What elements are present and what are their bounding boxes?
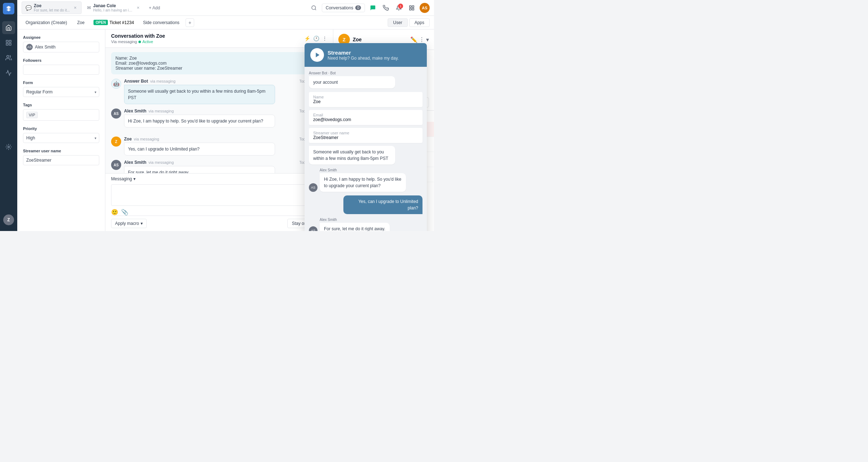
edit-icon[interactable]: ✏️: [410, 36, 417, 43]
msg-sender-zoe: Zoe: [124, 137, 132, 142]
msg-header-zoe1: Zoe via messaging Today at 9:01 AM: [124, 137, 327, 142]
tab-zoe-close[interactable]: ✕: [73, 5, 78, 10]
phone-icon-btn[interactable]: [381, 3, 391, 13]
sidebar-user-avatar[interactable]: Z: [3, 214, 14, 225]
priority-select[interactable]: High: [23, 133, 99, 143]
conversation-body: Name: Zoe Email: zoe@lovedogs.com Stream…: [105, 48, 333, 173]
messaging-label: Messaging: [111, 176, 132, 181]
priority-field: Priority High: [23, 126, 99, 143]
form-field: Form Regular Form: [23, 80, 99, 97]
conversations-label: Conversations: [326, 5, 353, 10]
streamer-username-value: ZoeStreamer: [313, 135, 418, 140]
sidebar-item-home[interactable]: [2, 21, 15, 34]
svg-rect-9: [412, 6, 414, 8]
streamer-alex-name2: Alex Smith: [320, 218, 390, 222]
sidebar-item-settings[interactable]: [2, 140, 15, 153]
tab-janae[interactable]: ✉ Janae Cole Hello, I am having an is...…: [83, 1, 145, 14]
streamer-alex-avatar1: AS: [309, 183, 317, 192]
assignee-field: Assignee AS Alex Smith: [23, 35, 99, 52]
nav2-zoe[interactable]: Zoe: [73, 18, 88, 27]
streamer-msg-agent-wait: Someone will usually get back to you wit…: [309, 146, 422, 165]
compose-area[interactable]: [111, 184, 327, 206]
topbar-right: Conversations 0 1 AS: [309, 3, 430, 13]
streamer-subtitle: Need help? Go ahead, make my day.: [328, 56, 399, 61]
nav2-org-create[interactable]: Organization (Create): [22, 18, 71, 27]
notifications-btn[interactable]: 1: [394, 3, 404, 13]
streamer-bubble-user: Yes, can I upgrade to Unlimited plan?: [343, 195, 422, 214]
mid-panel: Conversation with Zoe Via messaging Acti…: [105, 29, 333, 231]
user-avatar-btn[interactable]: AS: [420, 3, 430, 13]
streamer-body: Answer Bot · Bot your account Name Zoe E…: [305, 67, 427, 231]
tab-janae-close[interactable]: ✕: [136, 5, 141, 10]
msg-header-alex1: Alex Smith via messaging Today at 9:01 A…: [124, 108, 327, 114]
chat-icon-btn[interactable]: [368, 3, 378, 13]
ui-email-value: zoe@lovedogs.com: [129, 61, 167, 66]
nav2-apps-tab[interactable]: Apps: [409, 18, 430, 27]
grid-icon-btn[interactable]: [407, 3, 417, 13]
sidebar-item-reports[interactable]: [2, 66, 15, 79]
ui-streamer-value: ZoeStreamer: [157, 66, 182, 71]
streamer-field-name: Name Zoe: [309, 92, 422, 107]
sidebar-item-views[interactable]: [2, 36, 15, 49]
user-name-heading: Zoe: [353, 37, 407, 42]
history-icon[interactable]: 🕐: [313, 36, 319, 41]
followers-input[interactable]: [23, 65, 99, 75]
macro-row: Apply macro ▾ Stay on Ticket ▾: [111, 216, 327, 228]
tab-zoe-sublabel: For sure, let me do it...: [34, 8, 70, 12]
nav2-right: User Apps: [388, 18, 430, 27]
msg-via-bot: via messaging: [150, 79, 175, 83]
apply-macro-select[interactable]: Apply macro ▾: [111, 219, 147, 228]
msg-bubble-alex2: For sure, let me do it right away.: [124, 166, 275, 173]
filter-icon[interactable]: ⚡: [304, 36, 310, 41]
sidebar-item-contacts[interactable]: [2, 51, 15, 64]
streamer-msg-alex-sure: AS Alex Smith For sure, let me do it rig…: [309, 218, 422, 231]
assignee-input[interactable]: AS Alex Smith: [23, 42, 99, 52]
assignee-label: Assignee: [23, 35, 99, 40]
msg-content-bot1: Answer Bot via messaging Today at 9:01 A…: [124, 79, 327, 104]
streamer-alex-row2: AS Alex Smith For sure, let me do it rig…: [309, 218, 422, 231]
more-options-icon[interactable]: ⋮: [419, 36, 425, 43]
tab-add[interactable]: + Add: [146, 4, 163, 12]
followers-field: Followers: [23, 58, 99, 75]
sidebar-logo[interactable]: [3, 3, 14, 14]
alex-avatar-1: AS: [111, 108, 121, 119]
nav2-side-conversations[interactable]: Side conversations: [139, 18, 183, 27]
msg-via-alex2: via messaging: [149, 160, 174, 165]
streamer-field-email: Email zoe@lovedogs.com: [309, 110, 422, 125]
messaging-tab[interactable]: Messaging ▾: [111, 176, 327, 181]
more-icon[interactable]: ⋮: [322, 36, 327, 41]
message-bot1: 🤖 Answer Bot via messaging Today at 9:01…: [111, 79, 327, 104]
active-indicator: [138, 41, 141, 43]
attachment-icon[interactable]: 📎: [121, 209, 128, 216]
svg-rect-3: [9, 43, 11, 45]
streamer-bot-label: Answer Bot · Bot: [309, 71, 422, 75]
streamer-bubble-alex2: For sure, let me do it right away.: [320, 223, 390, 231]
conversations-count: 0: [355, 5, 361, 10]
left-panel: Assignee AS Alex Smith Followers Form Re…: [17, 29, 105, 231]
msg-content-alex2: Alex Smith via messaging Today at 9:01 A…: [124, 160, 327, 173]
collapse-icon[interactable]: ▾: [426, 36, 429, 43]
form-select[interactable]: Regular Form: [23, 87, 99, 97]
nav2-add-btn[interactable]: +: [186, 18, 194, 27]
conversations-button[interactable]: Conversations 0: [322, 4, 365, 12]
msg-via-zoe: via messaging: [134, 137, 159, 141]
nav2: Organization (Create) Zoe OPEN Ticket #1…: [17, 16, 434, 29]
nav2-user-tab[interactable]: User: [388, 18, 407, 27]
streamer-username-label2: Streamer user name: [313, 131, 418, 135]
search-button[interactable]: [309, 3, 319, 13]
ticket-id: Ticket #1234: [109, 20, 134, 25]
tab-zoe[interactable]: 💬 Zoe For sure, let me do it... ✕: [22, 1, 82, 14]
tab-janae-sublabel: Hello, I am having an is...: [93, 8, 133, 12]
msg-header-bot1: Answer Bot via messaging Today at 9:01 A…: [124, 79, 327, 84]
msg-bubble-bot1: Someone will usually get back to you wit…: [124, 85, 275, 104]
streamer-alex-avatar2: AS: [309, 226, 317, 231]
streamer-msg-alex-name: AS Alex Smith Hi Zoe, I am happy to help…: [309, 168, 422, 192]
message-alex1: AS Alex Smith via messaging Today at 9:0…: [111, 108, 327, 132]
conv-actions: ⚡ 🕐 ⋮: [304, 36, 327, 41]
svg-rect-1: [9, 40, 11, 42]
streamer-username-input[interactable]: [23, 155, 99, 165]
streamer-alex-content2: Alex Smith For sure, let me do it right …: [320, 218, 390, 231]
nav2-ticket[interactable]: OPEN Ticket #1234: [91, 18, 137, 27]
message-zoe1: Z Zoe via messaging Today at 9:01 AM Yes…: [111, 137, 327, 156]
emoji-icon[interactable]: 🙂: [111, 209, 118, 216]
